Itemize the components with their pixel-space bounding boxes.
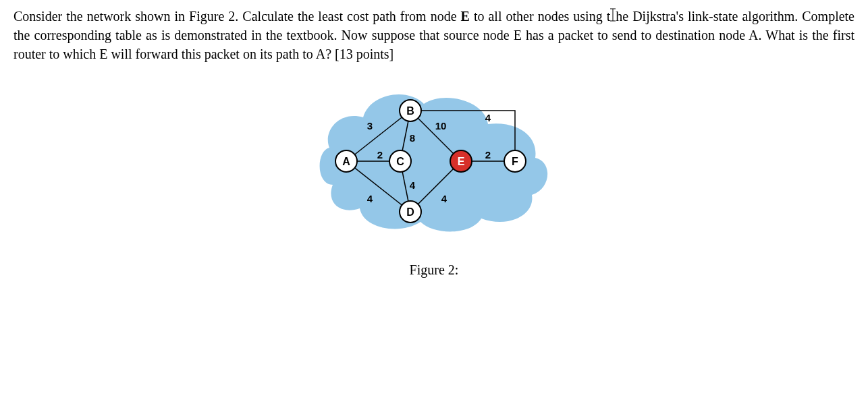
node-E-label: E xyxy=(458,156,465,167)
weight-DE: 4 xyxy=(441,193,447,204)
node-F-label: F xyxy=(512,156,518,167)
node-A-label: A xyxy=(342,156,350,167)
weight-BE: 10 xyxy=(435,120,447,132)
weight-EF: 2 xyxy=(485,149,491,161)
weight-BF: 4 xyxy=(485,112,491,123)
node-D-label: D xyxy=(406,206,414,218)
problem-text-part1: Consider the network shown in Figure 2. … xyxy=(13,9,461,24)
problem-statement: Consider the network shown in Figure 2. … xyxy=(13,7,855,63)
weight-AC: 2 xyxy=(377,149,383,161)
weight-AD: 4 xyxy=(367,193,373,204)
problem-text-part2: to all other nodes using t xyxy=(470,9,610,24)
figure-caption: Figure 2: xyxy=(13,260,855,279)
node-B-label: B xyxy=(406,105,414,117)
node-C-label: C xyxy=(396,156,404,167)
figure-container: 3 2 4 8 10 4 4 4 2 A B C D E xyxy=(13,84,855,279)
weight-BC: 8 xyxy=(410,132,415,144)
node-E-bold: E xyxy=(461,9,470,24)
weight-AB: 3 xyxy=(367,120,373,132)
network-diagram: 3 2 4 8 10 4 4 4 2 A B C D E xyxy=(313,84,555,239)
weight-CD: 4 xyxy=(410,179,416,191)
